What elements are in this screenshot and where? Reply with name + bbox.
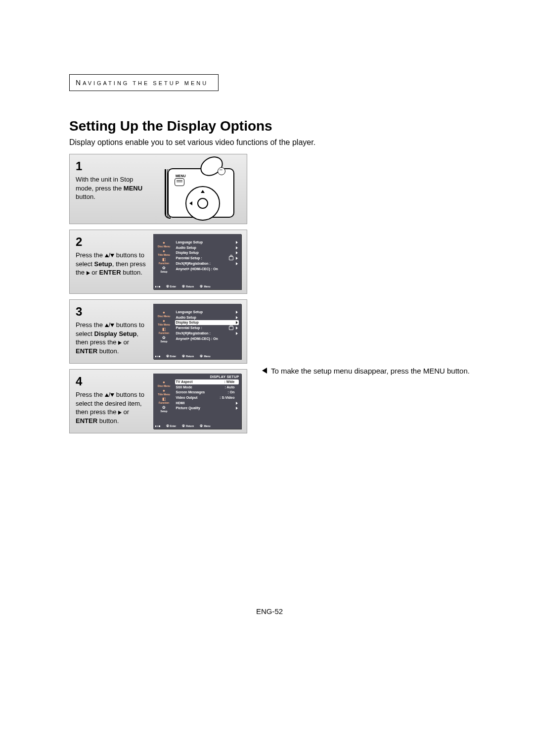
step-2-bold2: ENTER: [99, 269, 121, 276]
arrow-right-icon: [236, 321, 238, 324]
step-1-text-b: button.: [76, 193, 95, 200]
osd-main-list: TV Aspect: Wide Still Mode: Auto Screen …: [175, 379, 240, 424]
arrow-right-icon: [236, 332, 238, 335]
step-1: 1 With the unit in Stop mode, press the …: [69, 154, 247, 224]
step-1-number: 1: [76, 158, 147, 174]
arrow-right-icon: [236, 262, 238, 265]
step-2-t4: or: [90, 269, 99, 276]
step-1-bold: MENU: [124, 185, 142, 192]
note-arrow-icon: [262, 368, 267, 374]
step-2-t5: button.: [121, 269, 142, 276]
right-arrow-icon: [118, 341, 122, 345]
arrow-right-icon: [236, 402, 238, 405]
step-3-bold2: ENTER: [76, 347, 97, 355]
lock-icon: [229, 326, 233, 330]
right-arrow-icon: [118, 411, 122, 415]
osd-row-highlighted: TV Aspect: Wide: [175, 379, 239, 384]
step-4: 4 Press the / buttons to select the desi…: [69, 369, 247, 433]
step-3-t4: or: [122, 338, 129, 346]
note-text: To make the setup menu disappear, press …: [262, 367, 470, 376]
osd-row-highlighted: Display Setup: [175, 320, 239, 325]
arrow-right-icon: [236, 316, 238, 319]
step-4-t3: or: [122, 408, 129, 416]
right-arrow-icon: [87, 271, 90, 275]
step-4-bold2: ENTER: [76, 417, 97, 425]
step-3-t5: button.: [97, 347, 119, 355]
remote-small-button-icon: [218, 167, 225, 175]
step-3: 3 Press the / buttons to select Display …: [69, 299, 247, 364]
step-2-bold1: Setup: [94, 260, 112, 268]
up-arrow-icon: [105, 254, 109, 257]
up-arrow-icon: [105, 324, 109, 327]
remote-menu-label: MENU: [176, 174, 186, 178]
step-4-number: 4: [76, 374, 147, 389]
breadcrumb-rest: AVIGATING THE SETUP MENU: [83, 80, 208, 86]
osd-sidebar: ●Disc Menu ●Title Menu ◧Function ✿Setup: [155, 379, 174, 424]
osd-footer: Enter Return Menu: [153, 354, 241, 359]
osd-main-list: Language Setup Audio Setup Display Setup…: [175, 240, 240, 284]
arrow-right-icon: [236, 246, 238, 249]
step-2-number: 2: [76, 234, 147, 250]
arrow-right-icon: [236, 257, 238, 260]
remote-illustration: MENU: [159, 159, 235, 219]
arrow-right-icon: [236, 241, 238, 244]
step-3-t1: Press the: [76, 321, 105, 329]
osd-setup-highlight-screenshot: . ●Disc Menu ●Title Menu ◧Function ✿Setu…: [153, 304, 241, 359]
arrow-right-icon: [236, 327, 238, 330]
arrow-right-icon: [236, 407, 238, 410]
osd-sidebar: ●Disc Menu ●Title Menu ◧Function ✿Setup: [155, 310, 174, 354]
osd-footer: Enter Return Menu: [153, 284, 241, 289]
osd-title: DISPLAY SETUP: [153, 374, 241, 379]
page-number: ENG-52: [69, 607, 470, 615]
page-title: Setting Up the Display Options: [69, 118, 470, 134]
arrow-right-icon: [236, 251, 238, 254]
arrow-right-icon: [236, 311, 238, 314]
step-4-t1: Press the: [76, 391, 105, 398]
remote-menu-button-icon: [175, 178, 184, 186]
breadcrumb-cap: N: [76, 79, 83, 87]
down-arrow-icon: [110, 254, 114, 257]
down-arrow-icon: [110, 324, 114, 327]
osd-display-setup-screenshot: DISPLAY SETUP ●Disc Menu ●Title Menu ◧Fu…: [153, 374, 241, 429]
step-3-number: 3: [76, 304, 147, 320]
osd-setup-screenshot: . ●Disc Menu ●Title Menu ◧Function ✿Setu…: [153, 234, 241, 289]
breadcrumb: NAVIGATING THE SETUP MENU: [69, 74, 219, 91]
up-arrow-icon: [105, 393, 109, 397]
step-4-t4: button.: [97, 417, 119, 425]
step-3-bold1: Display Setup: [94, 330, 137, 337]
down-arrow-icon: [110, 393, 114, 397]
lock-icon: [229, 256, 233, 260]
step-2: 2 Press the / buttons to select Setup, t…: [69, 230, 247, 294]
note-content: To make the setup menu disappear, press …: [271, 367, 470, 376]
step-2-t1: Press the: [76, 251, 105, 259]
intro-text: Display options enable you to set variou…: [69, 138, 470, 147]
remote-dpad-icon: [185, 186, 220, 221]
osd-main-list: Language Setup Audio Setup Display Setup…: [175, 310, 240, 354]
osd-footer: Enter Return Menu: [153, 424, 241, 429]
osd-sidebar: ●Disc Menu ●Title Menu ◧Function ✿Setup: [155, 240, 174, 284]
